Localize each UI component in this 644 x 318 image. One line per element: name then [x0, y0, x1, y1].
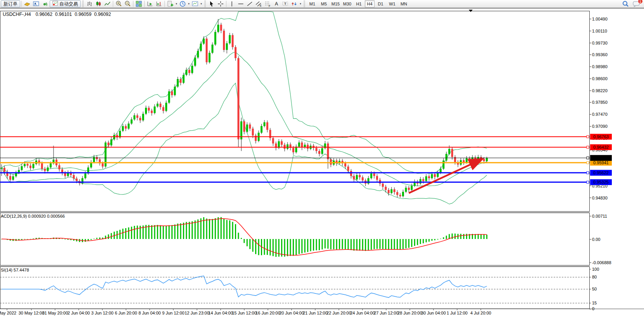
auto-trading-label: 自动交易 [59, 1, 78, 7]
price-tick-label: 0.98600 [592, 76, 608, 81]
price-tick-label: 0.98980 [592, 64, 608, 69]
chart-plot-area[interactable] [0, 11, 590, 212]
trendline-icon[interactable] [245, 0, 254, 8]
horizontal-line-icon[interactable] [237, 0, 245, 8]
price-tick-label: 0.97090 [592, 124, 608, 129]
auto-scroll-icon[interactable] [146, 0, 154, 8]
time-tick-label: 27 Jun 12:00 [374, 311, 399, 315]
svg-text:T: T [284, 2, 287, 6]
cursor-icon[interactable] [207, 0, 216, 8]
time-tick-label: 30 Jun 04:00 [421, 311, 446, 315]
tab-timeframe-d1[interactable]: D1 [375, 0, 386, 7]
time-tick-label: 28 Jun 20:00 [397, 311, 422, 315]
tab-timeframe-m5[interactable]: M5 [318, 0, 330, 7]
time-tick-label: May 2022 [0, 311, 16, 315]
macd-max-label: 0.00711 [592, 214, 607, 218]
time-tick-label: 16 Jun 20:00 [256, 311, 280, 315]
svg-text:A: A [275, 1, 278, 7]
crosshair-icon[interactable] [216, 0, 225, 8]
price-line-badge: 0.96432 [593, 145, 609, 150]
price-tick-label: 1.00110 [592, 29, 607, 33]
price-line-badge: 0.95622 [593, 170, 609, 175]
current-price-badge: 0.96092 [593, 156, 609, 160]
terminal-icon[interactable] [32, 0, 40, 8]
time-tick-label: 20 Jun 04:00 [279, 311, 304, 315]
macd-zero-label: 0.00 [592, 237, 600, 242]
price-tick-label: 0.99360 [592, 52, 608, 57]
toolbar-separator [164, 1, 165, 7]
zoom-out-icon[interactable] [123, 0, 132, 8]
toolbar-separator [113, 1, 113, 7]
fibonacci-icon[interactable]: F [263, 0, 272, 8]
tab-timeframe-m30[interactable]: M30 [342, 0, 353, 7]
toolbar-separator [226, 1, 226, 7]
auto-trading-chart-icon [52, 1, 58, 7]
time-tick-label: 15 Jun 12:00 [232, 311, 257, 315]
arrows-dropdown-caret[interactable]: ▾ [299, 2, 302, 5]
rsi-title: SI(14) 57.4478 [1, 268, 29, 272]
svg-text:E: E [260, 4, 262, 7]
svg-text:F: F [269, 5, 270, 7]
toolbar-separator [21, 1, 22, 7]
tab-timeframe-m1[interactable]: M1 [307, 0, 318, 7]
macd-title: ACD(12,26,9) 0.000920 0.000566 [1, 214, 65, 218]
tab-timeframe-h1[interactable]: H1 [353, 0, 364, 7]
toolbar-separator [144, 1, 145, 7]
text-label-icon[interactable]: T [281, 0, 290, 8]
price-line-badge: 0.96763 [593, 134, 609, 139]
price-tick-label: 1.00490 [592, 17, 608, 21]
auto-trading-button[interactable]: 自动交易 [50, 0, 81, 7]
chart-canvas: 1.004901.001100.997300.993600.989800.986… [0, 0, 644, 318]
signals-icon[interactable] [41, 0, 49, 8]
tab-timeframe-w1[interactable]: W1 [387, 0, 398, 7]
price-axis-layer: 1.004901.001100.997300.993600.989800.986… [587, 17, 612, 200]
templates-dropdown-caret[interactable]: ▾ [200, 2, 203, 5]
time-axis-layer: May 202230 May 12:0031 May 20:002 Jun 04… [0, 309, 491, 315]
time-tick-label: 30 May 12:00 [19, 311, 45, 315]
toolbar-separator [133, 1, 133, 7]
time-tick-label: 1 Jul 12:00 [447, 311, 468, 315]
price-tick-label: 0.98220 [592, 88, 608, 93]
tab-timeframe-mn[interactable]: MN [398, 0, 409, 7]
toolbar-handle [204, 1, 206, 7]
rsi-label-0: 0 [592, 306, 594, 311]
timeframe-dropdown-caret[interactable]: ▾ [187, 2, 190, 5]
arrow-objects-icon[interactable] [290, 0, 299, 8]
search-icon[interactable] [621, 0, 630, 8]
toolbar-handle [304, 1, 305, 7]
time-tick-label: 6 Jun 20:00 [115, 311, 137, 315]
line-chart-icon[interactable] [103, 0, 112, 8]
bar-chart-icon[interactable] [85, 0, 94, 8]
new-chart-icon[interactable] [166, 0, 174, 8]
price-tick-label: 0.94830 [592, 196, 608, 200]
rsi-label-80: 80 [592, 275, 597, 279]
price-tick-label: 0.99730 [592, 41, 608, 45]
new-chart-dropdown-caret[interactable]: ▾ [175, 2, 178, 5]
time-tick-label: 12 Jun 23:00 [185, 311, 209, 315]
price-line-badge: 0.95941 [593, 160, 609, 165]
rsi-label-15: 15 [592, 301, 597, 305]
new-order-button[interactable]: 新订单 [1, 0, 20, 7]
templates-icon[interactable] [191, 0, 199, 8]
time-tick-label: 2 Jun 04:00 [67, 311, 90, 315]
timeframe-clock-icon[interactable] [178, 0, 187, 8]
candlestick-icon[interactable] [94, 0, 103, 8]
tab-timeframe-m15[interactable]: M15 [330, 0, 341, 7]
vertical-line-icon[interactable] [228, 0, 236, 8]
price-tick-label: 0.97470 [592, 112, 608, 117]
time-tick-label: 21 Jun 12:00 [303, 311, 328, 315]
market-icon[interactable] [23, 0, 31, 8]
chat-icon[interactable]: 1 [632, 0, 641, 8]
quote-line: USDCHF-,H40.960620.961010.960590.96092 [3, 12, 111, 17]
equidistant-channel-icon[interactable]: E [254, 0, 263, 8]
text-icon[interactable]: A [272, 0, 281, 8]
tab-timeframe-h4[interactable]: H4 [365, 0, 375, 7]
rsi-panel-area[interactable] [0, 267, 590, 309]
time-tick-label: 14 Jun 04:00 [208, 311, 233, 315]
chart-shift-icon[interactable] [155, 0, 163, 8]
zoom-in-icon[interactable] [114, 0, 123, 8]
price-line-badge: 0.95325 [593, 180, 609, 184]
time-tick-label: 9 Jun 12:00 [162, 311, 185, 315]
tile-windows-icon[interactable] [135, 0, 143, 8]
rsi-label-50: 50 [592, 287, 597, 291]
